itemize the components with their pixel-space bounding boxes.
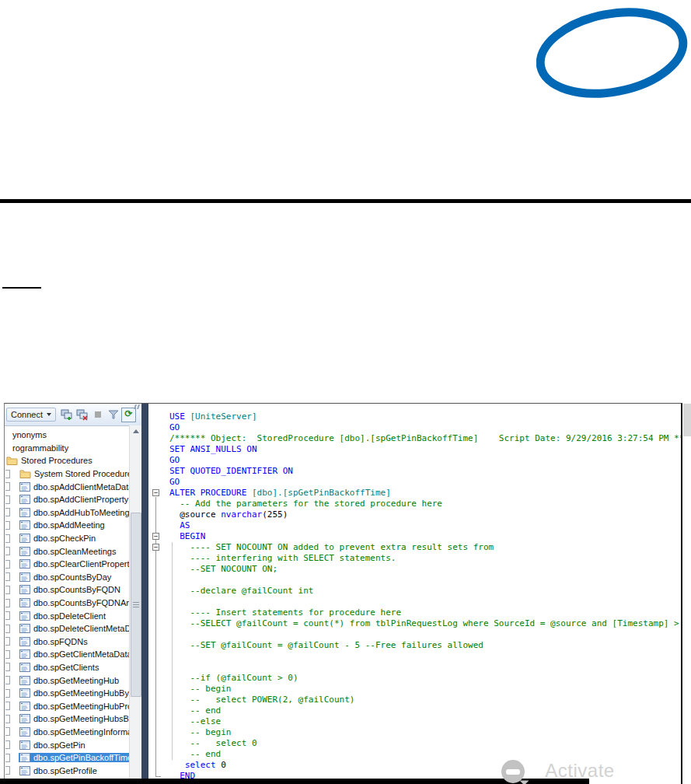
tree-item-label: dbo.spGetProfile xyxy=(33,766,97,775)
fold-collapse-icon[interactable]: − xyxy=(152,544,159,551)
code-line-text: -- begin xyxy=(148,684,681,695)
expand-box-icon[interactable] xyxy=(5,715,10,723)
code-line: GO xyxy=(148,455,681,466)
tree-item[interactable]: dbo.spGetProfile xyxy=(5,764,130,777)
refresh-icon[interactable]: ⟳ xyxy=(121,408,136,422)
expand-box-icon[interactable] xyxy=(5,586,10,594)
code-line xyxy=(148,651,681,662)
code-line: --declare @failCount int xyxy=(148,586,681,597)
tree-item[interactable]: dbo.spGetClients xyxy=(5,661,130,674)
expand-box-icon[interactable] xyxy=(5,650,10,659)
tree-item[interactable]: dbo.spGetClientMetaData xyxy=(5,648,130,661)
code-line-text: ---- SET NOCOUNT ON added to prevent ext… xyxy=(148,542,681,553)
tree-item-content: dbo.spAddHubToMeeting xyxy=(19,508,130,517)
stored-procedure-icon xyxy=(19,663,30,672)
tree-item[interactable]: dbo.spAddClientMetaData xyxy=(5,480,130,493)
expand-box-icon[interactable] xyxy=(5,547,10,555)
expand-box-icon[interactable] xyxy=(5,766,10,775)
connect-button[interactable]: Connect xyxy=(6,408,56,422)
tree-item[interactable]: dbo.spDeleteClientMetaDa xyxy=(5,622,130,635)
stored-procedure-icon xyxy=(19,714,30,723)
tree-item[interactable]: dbo.spAddMeeting xyxy=(5,519,130,532)
expand-box-icon[interactable] xyxy=(5,727,10,736)
tree-item[interactable]: ynonyms xyxy=(5,429,130,442)
code-line: SET QUOTED_IDENTIFIER ON xyxy=(148,466,681,477)
stored-procedure-icon xyxy=(19,559,30,569)
expand-box-icon[interactable] xyxy=(5,637,10,646)
tree-item[interactable]: dbo.spGetMeetingHubByF xyxy=(5,687,130,700)
code-line-text: ---- interfering with SELECT statements. xyxy=(148,553,681,564)
expand-box-icon[interactable] xyxy=(5,470,10,478)
expand-box-icon[interactable] xyxy=(5,572,10,581)
scrollbar-thumb[interactable] xyxy=(131,513,141,697)
disconnect-server-icon[interactable] xyxy=(75,408,89,422)
expand-box-icon[interactable] xyxy=(5,676,10,684)
tree-item[interactable]: rogrammability xyxy=(5,442,130,455)
tree-item-label: dbo.spFQDNs xyxy=(33,637,88,646)
tree-item[interactable]: dbo.spCountsByDay xyxy=(5,571,130,584)
tree-item[interactable]: dbo.spGetMeetingHubProp xyxy=(5,699,130,712)
tree-item[interactable]: dbo.spCheckPin xyxy=(5,532,130,545)
expand-box-icon[interactable] xyxy=(5,534,10,543)
tree-item-label: dbo.spGetPin xyxy=(33,740,86,750)
expand-box-icon[interactable] xyxy=(5,754,10,762)
tree-item[interactable]: System Stored Procedures xyxy=(5,467,130,481)
tree-item[interactable]: dbo.spGetMeetingHubsByI xyxy=(5,712,130,726)
tree-item[interactable]: dbo.spCountsByFQDNAnd xyxy=(5,597,130,610)
stored-procedure-icon xyxy=(19,688,30,698)
stop-icon[interactable] xyxy=(91,408,105,422)
code-line-text: @source nvarchar(255) xyxy=(148,509,681,520)
filter-icon[interactable] xyxy=(106,408,120,422)
sql-code-editor[interactable]: USE [UniteServer]GO/****** Object: Store… xyxy=(148,404,681,784)
tree-item[interactable]: dbo.spFQDNs xyxy=(5,635,130,649)
expand-box-icon[interactable] xyxy=(5,740,10,749)
expand-box-icon[interactable] xyxy=(5,689,10,698)
code-line: -- end xyxy=(148,705,681,716)
expand-box-icon[interactable] xyxy=(5,508,10,516)
tree-item[interactable]: dbo.spGetPinBackoffTime xyxy=(5,751,130,765)
fold-collapse-icon[interactable]: − xyxy=(152,533,159,540)
fold-collapse-icon[interactable]: − xyxy=(152,489,159,496)
expand-box-icon[interactable] xyxy=(5,599,10,607)
tree-item[interactable]: dbo.spAddClientProperty xyxy=(5,493,130,506)
code-line xyxy=(148,629,681,640)
stored-procedure-icon xyxy=(19,649,30,659)
intel-logo xyxy=(536,3,691,107)
expand-box-icon[interactable] xyxy=(5,495,10,504)
tree-item[interactable]: dbo.spCleanMeetings xyxy=(5,544,130,558)
tree-item-label: dbo.spCountsByDay xyxy=(33,572,111,582)
code-line: AS xyxy=(148,520,681,531)
expand-box-icon[interactable] xyxy=(5,482,10,491)
tree-item-label: dbo.spGetMeetingHubProp xyxy=(33,702,130,711)
tree-item[interactable]: dbo.spDeleteClient xyxy=(5,609,130,622)
expand-box-icon[interactable] xyxy=(5,702,10,710)
tree-item[interactable]: dbo.spClearClientPropertie xyxy=(5,558,130,571)
tree-item-content: dbo.spDeleteClientMetaDa xyxy=(19,624,130,633)
tree-item[interactable]: dbo.spCountsByFQDN xyxy=(5,583,130,597)
explorer-scrollbar[interactable] xyxy=(129,425,141,784)
expand-box-icon[interactable] xyxy=(5,625,10,633)
tree-item[interactable]: Stored Procedures xyxy=(5,454,130,467)
expand-box-icon[interactable] xyxy=(5,663,10,671)
expand-box-icon[interactable] xyxy=(5,560,10,569)
code-line: --SELECT @failCount = count(*) from tblP… xyxy=(148,618,681,629)
tree-item[interactable]: dbo.spGetMeetingHub xyxy=(5,674,130,687)
object-explorer-tree: ynonymsrogrammabilityStored ProceduresSy… xyxy=(5,425,130,784)
tree-item-content: rogrammability xyxy=(9,443,71,453)
tree-item-content: System Stored Procedures xyxy=(19,469,130,478)
tree-item[interactable]: dbo.spGetPin xyxy=(5,738,130,751)
stored-procedure-icon xyxy=(19,520,30,530)
code-line: ---- Insert statements for procedure her… xyxy=(148,607,681,618)
chevron-down-icon xyxy=(47,413,51,416)
tree-item[interactable]: dbo.spGetMeetingInformat xyxy=(5,726,130,739)
panel-splitter[interactable] xyxy=(141,404,148,784)
scrollbar-up-arrow-icon[interactable] xyxy=(130,425,141,437)
stored-procedure-icon xyxy=(19,727,30,737)
connect-server-icon[interactable] xyxy=(60,408,74,422)
tree-item[interactable]: dbo.spAddHubToMeeting xyxy=(5,506,130,520)
editor-scrollbar-sliver xyxy=(683,404,691,436)
expand-box-icon[interactable] xyxy=(5,611,10,620)
stored-procedure-icon xyxy=(19,753,30,762)
code-line-text: SET QUOTED_IDENTIFIER ON xyxy=(148,466,681,477)
expand-box-icon[interactable] xyxy=(5,521,10,530)
